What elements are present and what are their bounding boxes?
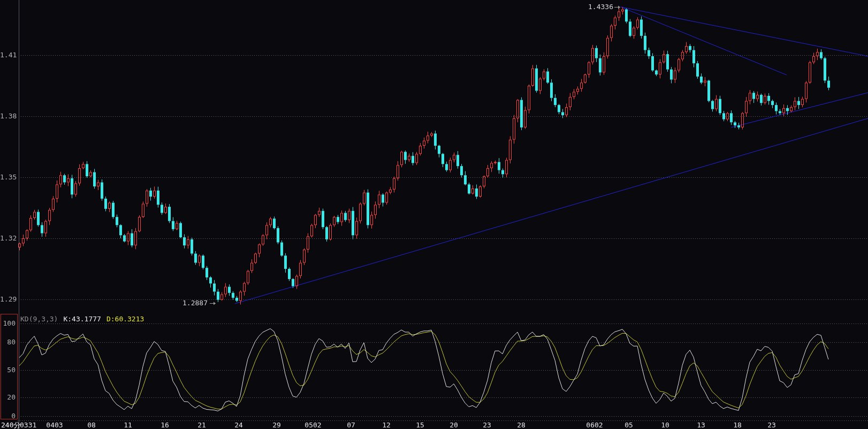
chart-application-window: 1.411.381.351.321.2910080502000331040308… (0, 0, 868, 429)
time-axis-label: 24 (234, 422, 243, 429)
time-axis-label: 18 (733, 422, 742, 429)
time-axis-label: 23 (767, 422, 776, 429)
time-axis-label: 0331 (20, 422, 36, 429)
price-axis-label: 1.38 (0, 112, 17, 120)
timeframe-label[interactable]: 240分 (1, 422, 20, 429)
time-axis-label: 10 (661, 422, 669, 429)
time-axis-label: 0602 (586, 422, 603, 429)
indicator-axis-frame[interactable] (1, 314, 18, 419)
time-axis-label: 15 (416, 422, 424, 429)
time-axis-label: 20 (450, 422, 458, 429)
time-axis-label: 29 (272, 422, 281, 429)
time-axis-label: 05 (625, 422, 633, 429)
indicator-d-value: D:60.3213 (106, 315, 144, 323)
indicator-title: KD(9,3,3) (20, 315, 58, 323)
time-axis-label: 23 (483, 422, 491, 429)
time-axis-label: 16 (161, 422, 169, 429)
price-axis-label: 1.32 (0, 235, 17, 242)
time-axis-label: 08 (87, 422, 96, 429)
time-axis-label: 28 (517, 422, 526, 429)
price-axis-label: 1.29 (0, 296, 17, 303)
time-axis-label: 07 (347, 422, 355, 429)
low-annotation: 1.2887 (178, 299, 208, 307)
indicator-header: KD(9,3,3)K:43.1777D:60.3213 (20, 315, 149, 323)
price-axis-label: 1.35 (0, 174, 17, 181)
time-axis-label: 0502 (304, 422, 321, 429)
time-axis-label: 0403 (46, 422, 63, 429)
candlestick-chart-canvas[interactable] (0, 0, 868, 429)
high-annotation: 1.4336 (583, 3, 613, 11)
price-axis-label: 1.41 (0, 51, 17, 59)
time-axis-label: 13 (697, 422, 705, 429)
time-axis-label: 11 (124, 422, 132, 429)
indicator-k-value: K:43.1777 (63, 315, 101, 323)
time-axis-label: 12 (382, 422, 391, 429)
time-axis-label: 21 (197, 422, 206, 429)
